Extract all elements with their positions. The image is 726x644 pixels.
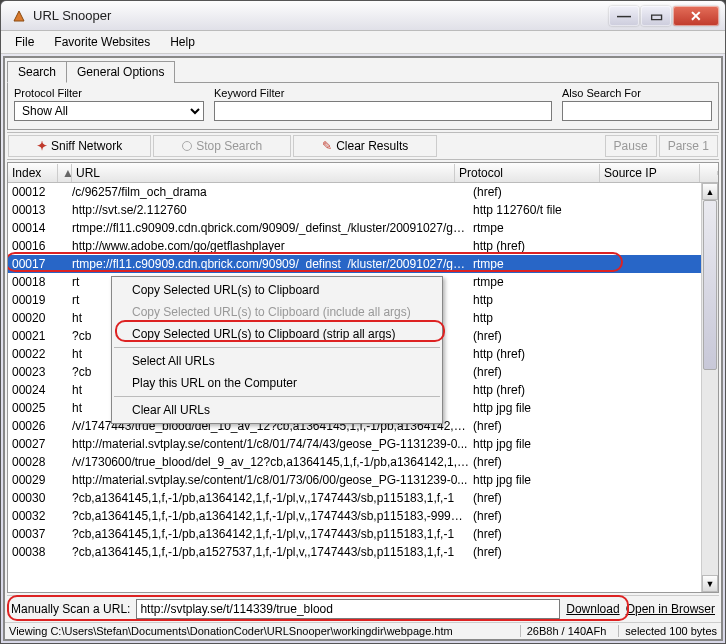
- clear-label: Clear Results: [336, 139, 408, 153]
- ctx-select-all[interactable]: Select All URLs: [114, 350, 440, 372]
- cell-url: http://www.adobe.com/go/getflashplayer: [72, 239, 473, 253]
- cell-index: 00025: [8, 401, 58, 415]
- cell-index: 00023: [8, 365, 58, 379]
- table-row[interactable]: 00030?cb,a1364145,1,f,-1/pb,a1364142,1,f…: [8, 489, 718, 507]
- statusbar: Viewing C:\Users\Stefan\Documents\Donati…: [5, 622, 721, 639]
- app-icon: [11, 8, 27, 24]
- filter-panel: Protocol Filter Show All Keyword Filter …: [7, 82, 719, 130]
- status-hash: 26B8h / 140AFh: [520, 625, 607, 637]
- cell-index: 00019: [8, 293, 58, 307]
- pause-button[interactable]: Pause: [605, 135, 657, 157]
- scroll-track[interactable]: [702, 200, 718, 575]
- col-index[interactable]: Index: [8, 164, 58, 182]
- inner-frame: Search General Options Protocol Filter S…: [3, 56, 723, 641]
- cell-url: /v/1730600/true_blood/del_9_av_12?cb,a13…: [72, 455, 473, 469]
- table-row[interactable]: 00012/c/96257/film_och_drama(href): [8, 183, 718, 201]
- table-header: Index ▲ URL Protocol Source IP: [8, 163, 718, 183]
- cell-protocol: http (href): [473, 383, 618, 397]
- scroll-thumb[interactable]: [703, 200, 717, 370]
- cell-url: ?cb,a1364145,1,f,-1/pb,a1527537,1,f,-1/p…: [72, 545, 473, 559]
- tab-search[interactable]: Search: [7, 61, 67, 83]
- scroll-down-button[interactable]: ▼: [702, 575, 718, 592]
- manual-scan-input[interactable]: [136, 599, 560, 619]
- cell-url: ?cb,a1364145,1,f,-1/pb,a1364142,1,f,-1/p…: [72, 509, 473, 523]
- col-protocol[interactable]: Protocol: [455, 164, 600, 182]
- toolbar: ✦ Sniff Network Stop Search ✎ Clear Resu…: [7, 132, 719, 160]
- close-button[interactable]: ✕: [673, 6, 719, 26]
- table-row[interactable]: 00029http://material.svtplay.se/content/…: [8, 471, 718, 489]
- cell-index: 00022: [8, 347, 58, 361]
- cell-protocol: (href): [473, 545, 618, 559]
- cell-url: http://material.svtplay.se/content/1/c8/…: [72, 437, 473, 451]
- menu-help[interactable]: Help: [160, 33, 205, 51]
- parse-button[interactable]: Parse 1: [659, 135, 718, 157]
- manual-scan-row: Manually Scan a URL: Download Open in Br…: [7, 595, 719, 622]
- cell-index: 00014: [8, 221, 58, 235]
- also-search-label: Also Search For: [562, 87, 712, 99]
- col-source-ip[interactable]: Source IP: [600, 164, 700, 182]
- cell-protocol: http: [473, 311, 618, 325]
- cell-index: 00021: [8, 329, 58, 343]
- open-in-browser-link[interactable]: Open in Browser: [626, 602, 715, 616]
- sniff-label: Sniff Network: [51, 139, 122, 153]
- stop-search-button[interactable]: Stop Search: [153, 135, 291, 157]
- menu-file[interactable]: File: [5, 33, 44, 51]
- cell-protocol: rtmpe: [473, 257, 618, 271]
- stop-label: Stop Search: [196, 139, 262, 153]
- clear-results-button[interactable]: ✎ Clear Results: [293, 135, 437, 157]
- cell-protocol: (href): [473, 185, 618, 199]
- cell-protocol: (href): [473, 455, 618, 469]
- window-title: URL Snooper: [33, 8, 609, 23]
- cell-protocol: (href): [473, 527, 618, 541]
- ctx-clear-all[interactable]: Clear All URLs: [114, 399, 440, 421]
- also-search-input[interactable]: [562, 101, 712, 121]
- vertical-scrollbar[interactable]: ▲ ▼: [701, 183, 718, 592]
- cell-index: 00029: [8, 473, 58, 487]
- table-row[interactable]: 00028/v/1730600/true_blood/del_9_av_12?c…: [8, 453, 718, 471]
- cell-index: 00017: [8, 257, 58, 271]
- maximize-button[interactable]: ▭: [641, 6, 671, 26]
- ctx-copy-strip[interactable]: Copy Selected URL(s) to Clipboard (strip…: [114, 323, 440, 345]
- keyword-filter-input[interactable]: [214, 101, 552, 121]
- cell-index: 00012: [8, 185, 58, 199]
- table-row[interactable]: 00013http://svt.se/2.112760http 112760/t…: [8, 201, 718, 219]
- clear-icon: ✎: [322, 139, 332, 153]
- table-row[interactable]: 00038?cb,a1364145,1,f,-1/pb,a1527537,1,f…: [8, 543, 718, 561]
- table-row[interactable]: 00037?cb,a1364145,1,f,-1/pb,a1364142,1,f…: [8, 525, 718, 543]
- menu-favorite-websites[interactable]: Favorite Websites: [44, 33, 160, 51]
- keyword-filter-label: Keyword Filter: [214, 87, 552, 99]
- cell-protocol: http jpg file: [473, 401, 618, 415]
- table-row[interactable]: 00032?cb,a1364145,1,f,-1/pb,a1364142,1,f…: [8, 507, 718, 525]
- ctx-copy[interactable]: Copy Selected URL(s) to Clipboard: [114, 279, 440, 301]
- titlebar: URL Snooper — ▭ ✕: [1, 1, 725, 31]
- table-row[interactable]: 00017rtmpe://fl11.c90909.cdn.qbrick.com/…: [8, 255, 718, 273]
- cell-protocol: rtmpe: [473, 221, 618, 235]
- minimize-button[interactable]: —: [609, 6, 639, 26]
- cell-url: ?cb,a1364145,1,f,-1/pb,a1364142,1,f,-1/p…: [72, 527, 473, 541]
- cell-protocol: http jpg file: [473, 437, 618, 451]
- ctx-play[interactable]: Play this URL on the Computer: [114, 372, 440, 394]
- cell-protocol: http 112760/t file: [473, 203, 618, 217]
- cell-index: 00024: [8, 383, 58, 397]
- cell-index: 00038: [8, 545, 58, 559]
- cell-index: 00030: [8, 491, 58, 505]
- cell-protocol: http (href): [473, 347, 618, 361]
- cell-protocol: (href): [473, 419, 618, 433]
- cell-url: http://material.svtplay.se/content/1/c8/…: [72, 473, 473, 487]
- download-link[interactable]: Download: [566, 602, 619, 616]
- sniff-network-button[interactable]: ✦ Sniff Network: [8, 135, 151, 157]
- protocol-filter-select[interactable]: Show All: [14, 101, 204, 121]
- table-row[interactable]: 00014rtmpe://fl11.c90909.cdn.qbrick.com/…: [8, 219, 718, 237]
- scroll-up-button[interactable]: ▲: [702, 183, 718, 200]
- col-url[interactable]: URL: [72, 164, 455, 182]
- cell-url: http://svt.se/2.112760: [72, 203, 473, 217]
- tab-general-options[interactable]: General Options: [66, 61, 175, 83]
- cell-index: 00013: [8, 203, 58, 217]
- ctx-copy-include[interactable]: Copy Selected URL(s) to Clipboard (inclu…: [114, 301, 440, 323]
- table-row[interactable]: 00027http://material.svtplay.se/content/…: [8, 435, 718, 453]
- cell-index: 00028: [8, 455, 58, 469]
- results-table: Index ▲ URL Protocol Source IP 00012/c/9…: [7, 162, 719, 593]
- cell-url: rtmpe://fl11.c90909.cdn.qbrick.com/90909…: [72, 257, 473, 271]
- cell-protocol: (href): [473, 365, 618, 379]
- table-row[interactable]: 00016http://www.adobe.com/go/getflashpla…: [8, 237, 718, 255]
